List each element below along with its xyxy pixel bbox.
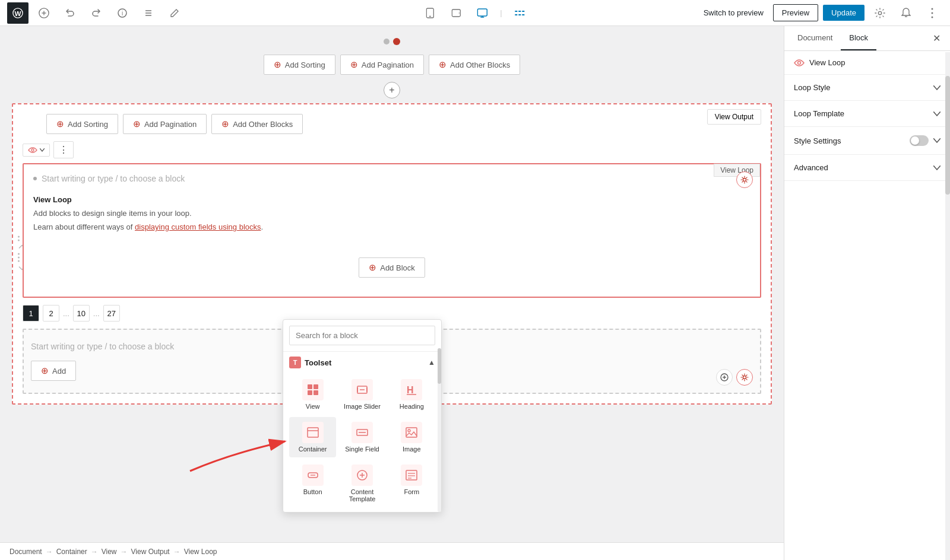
eye-icon [28,147,37,154]
block-item-container[interactable]: Container [289,417,336,457]
toggle-knob [911,136,919,145]
toolset-icon: T [289,357,301,368]
add-block-button[interactable]: ⊕ Add Block [359,257,425,278]
settings-button[interactable] [869,2,891,24]
block-item-view[interactable]: View [289,374,336,415]
add-other-blocks-button-1[interactable]: ⊕ Add Other Blocks [429,55,520,75]
gear-button[interactable] [736,171,753,188]
style-settings-controls [910,135,940,146]
breadcrumb-sep-3: → [121,548,128,556]
undo-button[interactable] [59,2,81,24]
page-10[interactable]: 10 [73,305,90,322]
add-sorting-button-1[interactable]: ⊕ Add Sorting [264,55,335,75]
block-options-button[interactable]: ⋮ [53,141,74,158]
breadcrumb-view-output[interactable]: View Output [131,548,170,556]
page-2[interactable]: 2 [43,305,59,322]
switch-to-preview-link[interactable]: Switch to preview [704,8,764,17]
svg-point-33 [743,376,746,379]
block-item-image-slider[interactable]: Image Slider [338,374,385,415]
style-settings-chevron [933,138,940,143]
toolset-section: T Toolset ▲ View [283,352,441,512]
block-item-heading[interactable]: H Heading [388,374,435,415]
content-template-block-label: Content Template [341,488,383,502]
container-block-icon [302,422,324,443]
block-search-input[interactable] [289,326,435,345]
view-loop-info: View Loop Add blocks to design single it… [33,190,750,236]
edit-button[interactable] [164,2,185,24]
eye-sidebar-icon [794,59,805,67]
add-block-label: Add Block [380,263,415,272]
svg-rect-49 [406,428,417,437]
redo-button[interactable] [86,2,107,24]
advanced-accordion: Advanced [784,155,950,181]
block-item-image[interactable]: Image [388,417,435,457]
insert-block-circle-1[interactable]: + [384,82,400,98]
add-other-blocks-button-2[interactable]: ⊕ Add Other Blocks [211,114,303,134]
view-output-button[interactable]: View Output [707,109,761,125]
breadcrumb-container[interactable]: Container [56,548,87,556]
button-block-label: Button [303,488,322,495]
custom-fields-link[interactable]: displaying custom fields using blocks [135,222,261,231]
advanced-header[interactable]: Advanced [784,155,950,180]
update-button[interactable]: Update [823,5,864,21]
breadcrumb-sep-4: → [173,548,180,556]
sidebar-scrollbar[interactable] [945,52,950,560]
plus-icon-add-block: ⊕ [369,262,376,273]
add-block-topbar-button[interactable] [33,2,55,24]
settings-circle-button[interactable] [736,369,753,386]
mobile-view-button[interactable] [419,2,441,24]
block-picker-popup: T Toolset ▲ View [283,319,442,513]
style-settings-toggle[interactable] [910,135,929,146]
block-item-content-template[interactable]: Content Template [338,460,385,507]
loop-template-chevron [933,112,940,116]
eye-dropdown-button[interactable] [23,144,50,157]
start-writing-placeholder: Start writing or type / to choose a bloc… [33,174,750,183]
add-circle-bottom[interactable] [716,369,733,386]
add-pagination-button-1[interactable]: ⊕ Add Pagination [340,55,424,75]
notifications-button[interactable] [895,2,917,24]
view-loop-link-text: Learn about different ways of displaying… [33,222,750,231]
view-loop-sidebar-label: View Loop [809,58,845,67]
svg-point-27 [932,16,933,18]
svg-rect-37 [308,390,312,395]
editor-area: ⊕ Add Sorting ⊕ Add Pagination ⊕ Add Oth… [0,26,784,560]
add-circle-1: + [12,82,772,98]
block-item-form[interactable]: Form [388,460,435,507]
view-loop-box: View Loop Start writing or type / to cho… [23,163,761,298]
collapse-toolset-button[interactable]: ▲ [428,358,435,367]
breadcrumb-view[interactable]: View [102,548,117,556]
tab-document[interactable]: Document [789,26,841,50]
block-item-button[interactable]: Button [289,460,336,507]
add-sorting-button-2[interactable]: ⊕ Add Sorting [46,114,118,134]
svg-text:i: i [122,10,123,17]
page-1[interactable]: 1 [23,305,39,322]
gear-icon-2 [740,373,749,381]
visual-editor-button[interactable] [509,2,531,24]
plus-icon-1: ⊕ [274,59,281,70]
view-block-icon [302,379,324,400]
desktop-view-button[interactable] [471,2,493,24]
picker-scrollbar[interactable] [438,348,441,512]
breadcrumb-document[interactable]: Document [10,548,42,556]
sidebar-close-button[interactable]: ✕ [928,28,945,49]
page-27[interactable]: 27 [103,305,120,322]
second-add-blocks-bar: ⊕ Add Sorting ⊕ Add Pagination ⊕ Add Oth… [46,114,761,134]
sidebar-content: View Loop Loop Style Loop Template St [784,51,950,560]
image-slider-block-icon [352,379,373,400]
add-pagination-button-2[interactable]: ⊕ Add Pagination [123,114,207,134]
list-view-button[interactable] [138,2,159,24]
loop-template-header[interactable]: Loop Template [784,101,950,126]
tab-block[interactable]: Block [841,26,876,50]
form-block-label: Form [404,488,419,495]
tablet-view-button[interactable] [445,2,467,24]
breadcrumb-view-loop[interactable]: View Loop [184,548,217,556]
add-sorting-button-3[interactable]: ⊕ Add [31,361,76,381]
style-settings-header[interactable]: Style Settings [784,127,950,154]
more-options-button[interactable] [922,2,943,24]
info-button[interactable]: i [112,2,133,24]
loop-style-header[interactable]: Loop Style [784,75,950,100]
add-other-blocks-label-2: Add Other Blocks [233,120,293,129]
wp-logo[interactable]: W [7,2,28,24]
preview-button[interactable]: Preview [773,4,818,21]
block-item-single-field[interactable]: Single Field [338,417,385,457]
